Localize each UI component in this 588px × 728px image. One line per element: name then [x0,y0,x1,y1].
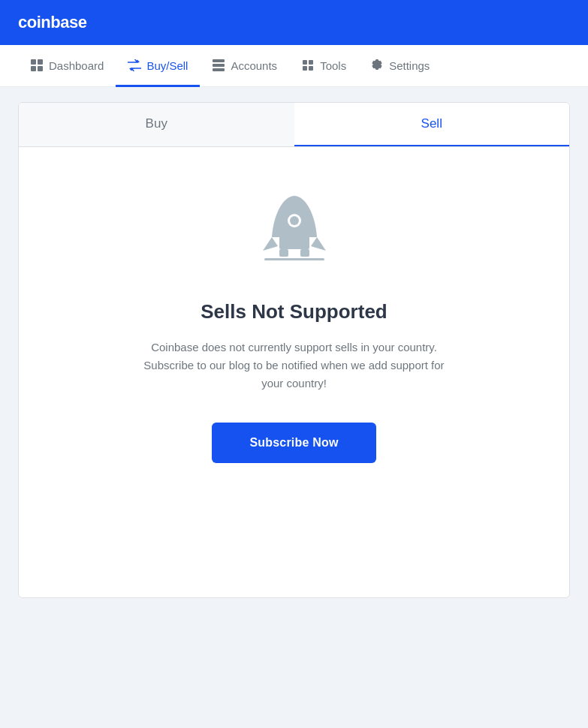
dashboard-icon [30,59,44,72]
tools-icon [301,59,315,72]
svg-rect-5 [213,64,225,67]
svg-rect-16 [264,258,324,260]
svg-rect-3 [38,66,43,71]
svg-rect-4 [213,59,225,62]
main-content: Buy Sell [0,87,588,613]
nav-item-accounts[interactable]: Accounts [200,46,289,87]
main-card: Buy Sell [18,102,570,598]
svg-rect-10 [309,66,313,71]
svg-rect-14 [279,249,288,257]
tabs-container: Buy Sell [19,103,569,147]
header: coinbase [0,0,588,45]
nav-label-settings: Settings [389,59,430,72]
navbar: Dashboard Buy/Sell Accounts [0,45,588,87]
nav-item-settings[interactable]: Settings [358,46,442,87]
svg-rect-15 [300,249,309,257]
not-supported-description: Coinbase does not currently support sell… [137,338,452,393]
svg-rect-0 [31,59,36,65]
nav-label-buy-sell: Buy/Sell [146,59,188,72]
svg-point-12 [290,216,299,225]
svg-rect-13 [279,236,309,249]
not-supported-title: Sells Not Supported [201,300,387,323]
svg-rect-7 [303,60,307,65]
svg-rect-2 [31,66,36,71]
svg-rect-1 [38,59,43,65]
tab-sell[interactable]: Sell [294,103,570,146]
accounts-icon [212,59,225,72]
subscribe-now-button[interactable]: Subscribe Now [212,423,375,463]
buy-sell-icon [128,59,141,72]
nav-item-tools[interactable]: Tools [289,46,358,87]
nav-label-tools: Tools [320,59,346,72]
nav-label-accounts: Accounts [231,59,277,72]
svg-rect-6 [213,68,225,71]
nav-label-dashboard: Dashboard [49,59,104,72]
svg-rect-9 [303,66,307,71]
settings-icon [370,59,384,72]
nav-item-dashboard[interactable]: Dashboard [18,46,116,87]
rocket-icon [257,192,332,275]
rocket-illustration [257,192,332,278]
coinbase-logo: coinbase [18,13,86,32]
nav-item-buy-sell[interactable]: Buy/Sell [116,46,200,87]
svg-rect-8 [309,60,313,65]
card-body: Sells Not Supported Coinbase does not cu… [19,147,569,597]
tab-buy[interactable]: Buy [19,103,294,146]
